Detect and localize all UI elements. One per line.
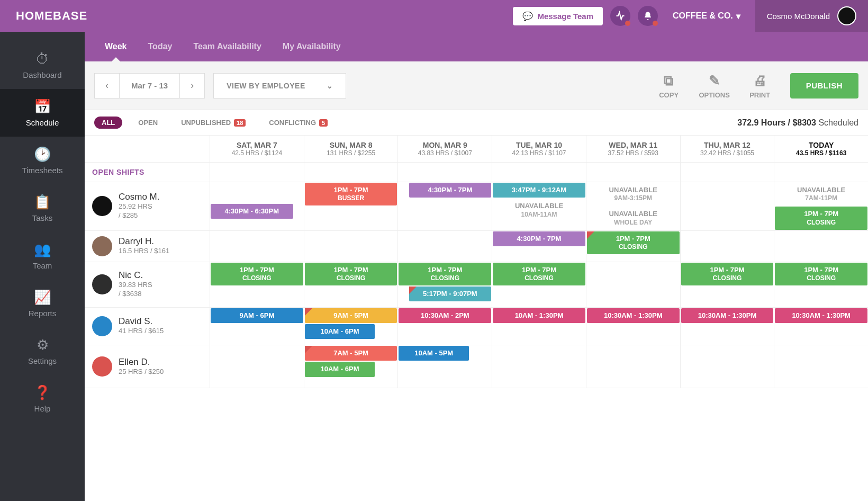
open-shift-cell[interactable] (586, 163, 680, 182)
filter-conflicting[interactable]: CONFLICTING5 (261, 117, 335, 129)
shift-block[interactable]: 10AM - 5PM (399, 346, 469, 361)
schedule-cell[interactable]: 1PM - 7PMCLOSING5:17PM - 9:07PM (397, 262, 492, 307)
schedule-cell[interactable] (304, 231, 398, 262)
tab-today[interactable]: Today (138, 32, 183, 61)
notifications-icon-button[interactable] (638, 6, 658, 26)
unavailable-block[interactable]: UNAVAILABLE10AM-11AM (493, 199, 585, 221)
schedule-cell[interactable]: 1PM - 7PMCLOSING (304, 262, 398, 307)
schedule-cell[interactable]: 1PM - 7PMCLOSING (586, 231, 680, 262)
sidebar-item-reports[interactable]: 📈Reports (0, 280, 85, 327)
employee-cell[interactable]: Cosmo M.25.92 HRS/ $285 (85, 182, 210, 230)
open-shift-cell[interactable] (304, 163, 398, 182)
schedule-cell[interactable]: 9AM - 5PM10AM - 6PM (304, 308, 398, 345)
schedule-cell[interactable] (586, 262, 680, 307)
sidebar-item-team[interactable]: 👥Team (0, 232, 85, 280)
schedule-cell[interactable] (774, 231, 868, 262)
date-range[interactable]: Mar 7 - 13 (120, 73, 179, 99)
shift-block[interactable]: 1PM - 7PMCLOSING (681, 263, 774, 285)
schedule-cell[interactable]: 7AM - 5PM10AM - 6PM (304, 345, 398, 388)
shift-block[interactable]: 1PM - 7PMCLOSING (399, 263, 491, 285)
schedule-cell[interactable]: 10AM - 1:30PM (492, 308, 586, 345)
shift-block[interactable]: 4:30PM - 6:30PM (211, 204, 293, 219)
open-shift-cell[interactable] (492, 163, 586, 182)
schedule-cell[interactable] (492, 345, 586, 388)
schedule-cell[interactable]: 1PM - 7PMCLOSING (210, 262, 304, 307)
unavailable-block[interactable]: UNAVAILABLE7AM-11PM (775, 183, 867, 205)
shift-block[interactable]: 10AM - 6PM (305, 362, 375, 377)
filter-all[interactable]: ALL (94, 117, 122, 129)
shift-block[interactable]: 1PM - 7PMCLOSING (211, 263, 303, 285)
schedule-cell[interactable]: 1PM - 7PMCLOSING (680, 262, 774, 307)
shift-block[interactable]: 1PM - 7PMBUSSER (305, 183, 397, 205)
employee-cell[interactable]: David S.41 HRS / $615 (85, 308, 210, 345)
shift-block[interactable]: 10AM - 1:30PM (493, 308, 585, 323)
shift-block[interactable]: 10:30AM - 1:30PM (681, 308, 774, 323)
schedule-cell[interactable] (680, 182, 774, 230)
schedule-cell[interactable] (680, 345, 774, 388)
next-week-button[interactable]: › (179, 73, 205, 99)
shift-block[interactable]: 7AM - 5PM (305, 346, 397, 361)
schedule-cell[interactable]: 1PM - 7PMCLOSING (492, 262, 586, 307)
schedule-cell[interactable]: 10:30AM - 1:30PM (680, 308, 774, 345)
shift-block[interactable]: 10:30AM - 2PM (399, 308, 491, 323)
schedule-cell[interactable] (680, 231, 774, 262)
schedule-cell[interactable]: 4:30PM - 6:30PM (210, 182, 304, 230)
shift-block[interactable]: 10AM - 6PM (305, 324, 375, 339)
schedule-cell[interactable]: 10:30AM - 1:30PM (586, 308, 680, 345)
schedule-cell[interactable]: 10:30AM - 1:30PM (774, 308, 868, 345)
schedule-cell[interactable] (774, 345, 868, 388)
user-menu[interactable]: Cosmo McDonald (755, 0, 868, 32)
open-shift-cell[interactable] (680, 163, 774, 182)
options-button[interactable]: ✎ OPTIONS (692, 73, 737, 99)
open-shift-cell[interactable] (774, 163, 868, 182)
employee-cell[interactable]: Darryl H.16.5 HRS / $161 (85, 231, 210, 262)
shift-block[interactable]: 9AM - 6PM (211, 308, 303, 323)
tab-week[interactable]: Week (94, 32, 138, 61)
shift-block[interactable]: 3:47PM - 9:12AM (493, 183, 585, 198)
schedule-cell[interactable]: 3:47PM - 9:12AMUNAVAILABLE10AM-11AM (492, 182, 586, 230)
schedule-cell[interactable] (210, 231, 304, 262)
unavailable-block[interactable]: UNAVAILABLEWHOLE DAY (587, 207, 680, 229)
tab-my-availability[interactable]: My Availability (272, 32, 351, 61)
shift-block[interactable]: 1PM - 7PMCLOSING (775, 207, 867, 229)
shift-block[interactable]: 1PM - 7PMCLOSING (305, 263, 397, 285)
print-button[interactable]: 🖨 PRINT (737, 73, 783, 99)
prev-week-button[interactable]: ‹ (94, 73, 120, 99)
view-by-selector[interactable]: VIEW BY EMPLOYEE ⌄ (213, 73, 346, 99)
shift-block[interactable]: 4:30PM - 7PM (409, 183, 492, 198)
sidebar-item-help[interactable]: ❓Help (0, 375, 85, 423)
schedule-cell[interactable] (397, 231, 492, 262)
sidebar-item-dashboard[interactable]: ⏱Dashboard (0, 41, 85, 89)
company-selector[interactable]: COFFEE & CO. ▾ (673, 11, 740, 21)
shift-block[interactable]: 1PM - 7PMCLOSING (493, 263, 585, 285)
open-shift-cell[interactable] (397, 163, 492, 182)
tab-team-availability[interactable]: Team Availability (183, 32, 272, 61)
shift-block[interactable]: 10:30AM - 1:30PM (775, 308, 867, 323)
shift-block[interactable]: 5:17PM - 9:07PM (409, 287, 492, 301)
schedule-cell[interactable]: UNAVAILABLE7AM-11PM1PM - 7PMCLOSING (774, 182, 868, 230)
shift-block[interactable]: 1PM - 7PMCLOSING (587, 231, 680, 254)
schedule-cell[interactable]: 4:30PM - 7PM (492, 231, 586, 262)
activity-icon-button[interactable] (610, 6, 630, 26)
shift-block[interactable]: 4:30PM - 7PM (493, 231, 585, 246)
open-shift-cell[interactable] (210, 163, 304, 182)
sidebar-item-settings[interactable]: ⚙Settings (0, 327, 85, 375)
copy-button[interactable]: ⧉ COPY (646, 73, 692, 99)
sidebar-item-tasks[interactable]: 📋Tasks (0, 184, 85, 232)
sidebar-item-schedule[interactable]: 📅Schedule (0, 89, 85, 137)
unavailable-block[interactable]: UNAVAILABLE9AM-3:15PM (587, 183, 680, 205)
message-team-button[interactable]: 💬 Message Team (513, 7, 603, 25)
schedule-cell[interactable] (210, 345, 304, 388)
employee-cell[interactable]: Nic C.39.83 HRS/ $3638 (85, 262, 210, 307)
sidebar-item-timesheets[interactable]: 🕑Timesheets (0, 137, 85, 184)
schedule-cell[interactable]: 1PM - 7PMCLOSING (774, 262, 868, 307)
schedule-cell[interactable]: 9AM - 6PM (210, 308, 304, 345)
schedule-cell[interactable]: 1PM - 7PMBUSSER (304, 182, 398, 230)
shift-block[interactable]: 9AM - 5PM (305, 308, 397, 323)
filter-open[interactable]: OPEN (131, 117, 165, 129)
publish-button[interactable]: PUBLISH (790, 73, 858, 99)
schedule-cell[interactable]: 10:30AM - 2PM (397, 308, 492, 345)
schedule-cell[interactable]: 10AM - 5PM (397, 345, 492, 388)
shift-block[interactable]: 10:30AM - 1:30PM (587, 308, 680, 323)
schedule-cell[interactable]: UNAVAILABLE9AM-3:15PMUNAVAILABLEWHOLE DA… (586, 182, 680, 230)
